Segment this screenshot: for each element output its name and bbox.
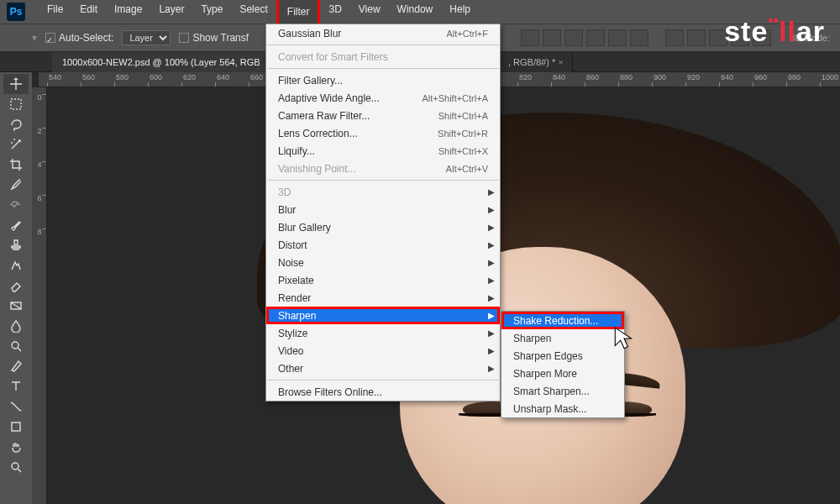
document-tab[interactable]: , RGB/8#) * × (500, 52, 573, 72)
align-button[interactable] (564, 29, 583, 46)
menu-noise[interactable]: Noise▶ (266, 254, 500, 271)
menu-sharpen[interactable]: Sharpen▶ (266, 307, 500, 324)
menu-other[interactable]: Other▶ (266, 360, 500, 377)
align-button[interactable] (608, 29, 627, 46)
svg-rect-0 (11, 99, 21, 109)
menu-camera-raw-filter-[interactable]: Camera Raw Filter...Shift+Ctrl+A (266, 107, 500, 124)
auto-select-label: Auto-Select: (59, 32, 113, 44)
watermark-logo: ste••llar (724, 15, 825, 48)
align-button[interactable] (630, 29, 648, 46)
menu-convert-smart: Convert for Smart Filters (266, 48, 500, 66)
stamp-tool[interactable] (3, 235, 29, 255)
eraser-tool[interactable] (3, 276, 29, 296)
menu-liquify-[interactable]: Liquify...Shift+Ctrl+X (266, 142, 500, 160)
filter-menu: Gaussian BlurAlt+Ctrl+FConvert for Smart… (265, 24, 501, 402)
auto-select-target-select[interactable]: Layer (122, 30, 171, 45)
toolbox (0, 72, 32, 504)
svg-rect-3 (12, 423, 20, 431)
close-icon[interactable]: × (558, 57, 563, 67)
crop-tool[interactable] (3, 155, 29, 175)
menu-video[interactable]: Video▶ (266, 342, 500, 360)
menu-distort[interactable]: Distort▶ (266, 236, 500, 254)
menu-select[interactable]: Select (231, 0, 276, 26)
brush-tool[interactable] (3, 215, 29, 235)
submenu-sharpen-more[interactable]: Sharpen More (501, 365, 624, 382)
hand-tool[interactable] (3, 437, 29, 457)
menubar: Ps FileEditImageLayerTypeSelectFilter3DV… (0, 0, 840, 24)
auto-select-checkbox[interactable]: Auto-Select: (45, 32, 113, 44)
submenu-sharpen-edges[interactable]: Sharpen Edges (501, 347, 624, 365)
path-tool[interactable] (3, 396, 29, 417)
eyedropper-tool[interactable] (3, 175, 29, 195)
menu-adaptive-wide-angle-[interactable]: Adaptive Wide Angle...Alt+Shift+Ctrl+A (266, 89, 500, 107)
menu-lens-correction-[interactable]: Lens Correction...Shift+Ctrl+R (266, 124, 500, 142)
menu-image[interactable]: Image (106, 0, 150, 26)
menu-stylize[interactable]: Stylize▶ (266, 324, 500, 342)
menu-view[interactable]: View (350, 0, 389, 26)
document-tab[interactable]: 840x504-NEW2.psd @ 100% (Layer 564, RGB (52, 52, 271, 72)
menu-window[interactable]: Window (389, 0, 442, 26)
show-transform-checkbox[interactable]: Show Transf (179, 32, 249, 44)
submenu-unsharp-mask-[interactable]: Unsharp Mask... (501, 400, 624, 417)
show-transform-label: Show Transf (192, 32, 249, 44)
blur-tool[interactable] (3, 316, 29, 336)
rect-tool[interactable] (3, 417, 29, 437)
type-tool[interactable] (3, 376, 29, 396)
svg-point-4 (12, 463, 18, 470)
svg-point-2 (12, 342, 18, 349)
heal-tool[interactable] (3, 195, 29, 215)
lasso-tool[interactable] (3, 114, 29, 134)
move-tool[interactable] (3, 74, 29, 94)
menu-vanishing-point-: Vanishing Point...Alt+Ctrl+V (266, 160, 500, 177)
move-tool-icon (7, 29, 24, 46)
menu-help[interactable]: Help (441, 0, 479, 26)
menu-render[interactable]: Render▶ (266, 289, 500, 307)
gradient-tool[interactable] (3, 296, 29, 316)
app-logo: Ps (7, 3, 25, 21)
dodge-tool[interactable] (3, 336, 29, 356)
menu-layer[interactable]: Layer (150, 0, 192, 26)
menu-edit[interactable]: Edit (71, 0, 106, 26)
menu-last-filter[interactable]: Gaussian BlurAlt+Ctrl+F (266, 24, 500, 42)
menu-pixelate[interactable]: Pixelate▶ (266, 271, 500, 289)
ruler-vertical: 02468 (32, 87, 47, 504)
history-tool[interactable] (3, 255, 29, 276)
menu-filter-gallery-[interactable]: Filter Gallery... (266, 71, 500, 89)
zoom-tool[interactable] (3, 457, 29, 477)
pen-tool[interactable] (3, 356, 29, 376)
menu--d: 3D▶ (266, 183, 500, 201)
menu-blur[interactable]: Blur▶ (266, 201, 500, 218)
menu-filter[interactable]: Filter (276, 0, 321, 26)
distribute-button[interactable] (665, 29, 684, 46)
menu-3d[interactable]: 3D (320, 0, 349, 26)
distribute-button[interactable] (687, 29, 706, 46)
submenu-smart-sharpen-[interactable]: Smart Sharpen... (501, 382, 624, 400)
sharpen-submenu: Shake Reduction...SharpenSharpen EdgesSh… (501, 311, 625, 418)
align-button[interactable] (543, 29, 561, 46)
menu-file[interactable]: File (39, 0, 71, 26)
marquee-tool[interactable] (3, 94, 29, 114)
submenu-shake-reduction-[interactable]: Shake Reduction... (501, 312, 624, 329)
wand-tool[interactable] (3, 134, 29, 155)
menu-browse-filters[interactable]: Browse Filters Online... (266, 383, 500, 401)
align-button[interactable] (586, 29, 605, 46)
menu-type[interactable]: Type (192, 0, 231, 26)
align-button[interactable] (521, 29, 539, 46)
submenu-sharpen[interactable]: Sharpen (501, 329, 624, 347)
menu-blur-gallery[interactable]: Blur Gallery▶ (266, 218, 500, 236)
